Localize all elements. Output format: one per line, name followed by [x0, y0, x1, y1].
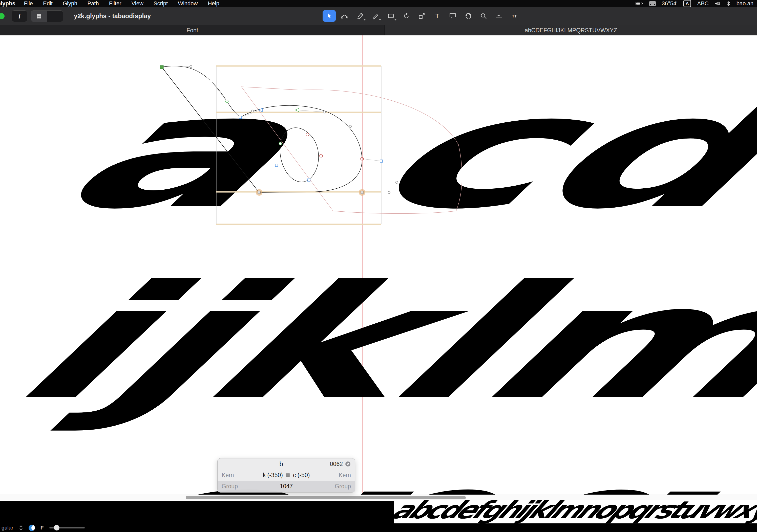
select-arrow-icon [325, 12, 333, 20]
status-coords[interactable]: 36°54' [662, 0, 678, 7]
preview-size-slider[interactable] [49, 527, 85, 528]
edit-canvas[interactable]: a cde ijklmn opqrstu [0, 35, 757, 494]
menu-path[interactable]: Path [87, 0, 99, 7]
hinting-tool-button[interactable]: TT [508, 10, 521, 22]
battery-icon[interactable] [636, 2, 643, 6]
tab-bar: Font abCDEFGHIJKLMPQRSTUVWXYZ [0, 25, 757, 36]
list-view-button[interactable] [47, 11, 63, 22]
metric-lines [216, 66, 381, 224]
hinting-tool-icon: TT [512, 14, 517, 18]
kern-label-left: Kern [222, 472, 250, 479]
goto-glyph-icon[interactable] [345, 461, 351, 467]
rotate-tool-button[interactable] [400, 10, 413, 22]
primitives-tool-button[interactable] [384, 10, 398, 22]
window-title: y2k.glyphs - tabaodisplay [74, 7, 151, 25]
window-title-bar: i y2k.glyphs - tabaodisplay [0, 7, 757, 26]
horizontal-scrollbar-thumb[interactable] [186, 496, 466, 499]
info-icon: i [18, 12, 20, 20]
node-curve-icon [341, 12, 348, 20]
kern-lock-icon[interactable] [286, 473, 290, 478]
master-stepper-icon[interactable] [19, 525, 23, 530]
red-nodes [306, 133, 364, 160]
green-nodes [226, 100, 282, 145]
preview-overflow-glyphs [0, 501, 394, 523]
screen: Glyphs File Edit Glyph Path Filter View … [0, 0, 757, 532]
glyph-info-panel: b 0062 Kern k (-350) c (-50) Kern [217, 458, 355, 492]
measure-tool-button[interactable] [492, 10, 505, 22]
preview-f-label: F [41, 525, 44, 531]
text-tool-icon: T [436, 13, 439, 19]
zoom-tool-button[interactable] [477, 10, 490, 22]
annotation-tool-button[interactable] [446, 10, 459, 22]
menu-status-area: 36°54' A ABC bao.an [636, 0, 757, 7]
background-layer-outline [241, 87, 462, 214]
pencil-tool-button[interactable] [369, 10, 382, 22]
pen-tool-button[interactable] [353, 10, 367, 22]
tab-font-label: Font [187, 27, 198, 34]
kern-value-left[interactable]: k (-350) [263, 472, 283, 479]
a-badge-icon[interactable]: A [683, 0, 691, 7]
preview-bar[interactable]: abcdefghijklmnopqrstuvwxyz [0, 500, 757, 523]
scale-icon [418, 12, 426, 20]
pencil-icon [372, 12, 379, 20]
speaker-icon[interactable] [715, 1, 720, 6]
pen-dropdown-caret[interactable] [364, 19, 366, 20]
kern-value-right[interactable]: c (-50) [293, 472, 310, 479]
current-glyph-name: b [250, 460, 313, 468]
start-node [160, 66, 164, 69]
bottom-control-bar: gular F [0, 523, 757, 532]
tab-edit-label: abCDEFGHIJKLMPQRSTUVWXYZ [525, 27, 617, 34]
menu-view[interactable]: View [132, 0, 143, 7]
menu-file[interactable]: File [24, 0, 33, 7]
tab-edit-alphabet[interactable]: abCDEFGHIJKLMPQRSTUVWXYZ [384, 25, 757, 35]
group-label-left: Group [222, 483, 250, 490]
menu-bar: Glyphs File Edit Glyph Path Filter View … [0, 0, 757, 7]
group-label-right: Group [323, 483, 351, 490]
rectangle-icon [387, 12, 395, 20]
keyboard-icon[interactable] [649, 1, 656, 6]
grid-icon [36, 14, 42, 19]
tab-font[interactable]: Font [0, 25, 384, 35]
node-tool-button[interactable] [338, 10, 351, 22]
pen-icon [356, 12, 364, 20]
kern-label-right: Kern [323, 472, 351, 479]
traffic-light-green[interactable] [0, 13, 5, 19]
menu-edit[interactable]: Edit [43, 0, 53, 7]
status-right-text[interactable]: bao.an [737, 0, 753, 7]
slider-knob[interactable] [54, 525, 59, 530]
smooth-nodes-blue [239, 116, 382, 181]
glyph-row-bottom: opqrstu [43, 445, 757, 494]
layout-segmented-control[interactable] [31, 10, 63, 22]
horizontal-scrollbar-track [0, 494, 757, 501]
select-tool-button[interactable] [322, 10, 336, 22]
glyph-row-middle: ijklmn [0, 264, 757, 421]
menu-app-name[interactable]: Glyphs [0, 0, 15, 7]
menu-help[interactable]: Help [208, 0, 219, 7]
offcurve-handles [190, 66, 398, 194]
menu-filter[interactable]: Filter [109, 0, 121, 7]
green-direction-triangle [295, 108, 299, 112]
info-panel-button[interactable]: i [12, 10, 27, 22]
glyph-edit-overlay[interactable] [152, 63, 466, 230]
menu-glyph[interactable]: Glyph [63, 0, 77, 7]
tool-strip: T [322, 10, 521, 22]
primitives-dropdown-caret[interactable] [394, 19, 396, 20]
hand-tool-button[interactable] [462, 10, 475, 22]
scale-tool-button[interactable] [415, 10, 428, 22]
ruler-icon [495, 12, 503, 20]
current-glyph-outline [162, 66, 362, 192]
group-value[interactable]: 1047 [280, 483, 293, 490]
unicode-value: 0062 [330, 461, 343, 467]
menu-window[interactable]: Window [178, 0, 197, 7]
menu-script[interactable]: Script [154, 0, 168, 7]
grid-view-button[interactable] [31, 11, 47, 22]
text-tool-button[interactable]: T [431, 10, 444, 22]
magnifier-icon [480, 12, 487, 20]
rotate-icon [403, 12, 410, 20]
preview-invert-toggle[interactable] [29, 525, 35, 531]
preview-alphabet: abcdefghijklmnopqrstuvwxyz [387, 500, 757, 522]
pencil-dropdown-caret[interactable] [379, 19, 381, 20]
status-input-source[interactable]: ABC [697, 0, 709, 7]
master-name-label[interactable]: gular [2, 525, 14, 531]
bluetooth-icon[interactable] [726, 1, 730, 6]
